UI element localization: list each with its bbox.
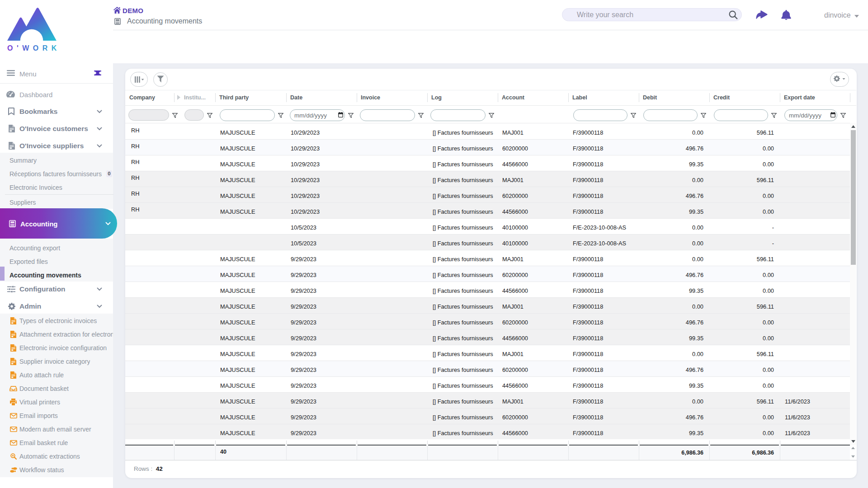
svg-text:O'WORK: O'WORK (7, 44, 59, 52)
